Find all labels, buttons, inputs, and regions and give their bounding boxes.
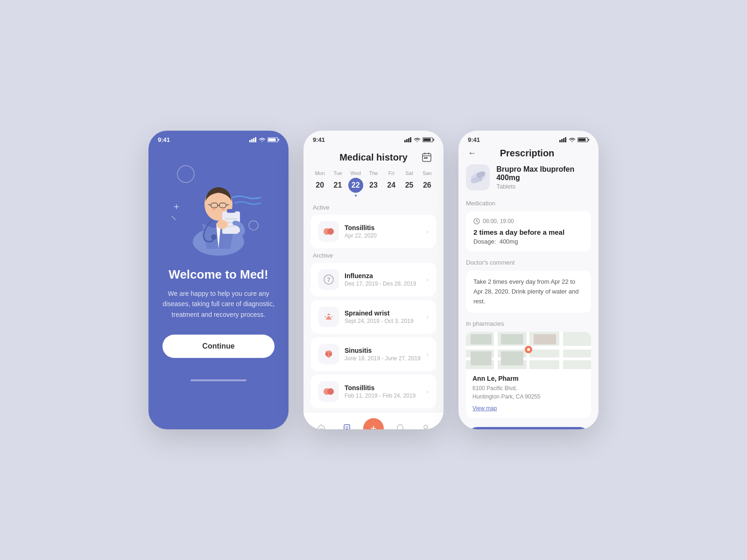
time-1: 9:41 xyxy=(158,136,170,143)
continue-button[interactable]: Continue xyxy=(162,335,275,358)
phone-welcome: 9:41 xyxy=(148,131,289,429)
cal-day-name-tue: Tue xyxy=(333,170,342,176)
status-bar-3: 9:41 xyxy=(458,131,599,146)
svg-rect-33 xyxy=(423,139,431,141)
svg-rect-76 xyxy=(559,332,563,369)
home-indicator-1 xyxy=(190,379,247,381)
view-map-link[interactable]: View map xyxy=(472,405,497,412)
svg-rect-1 xyxy=(251,139,253,142)
signal-icon xyxy=(249,137,257,142)
cal-day-num-sat: 25 xyxy=(402,178,417,193)
illness-info-tonsillitis-active: Tonsillitis Apr 22, 2020 xyxy=(345,224,421,239)
cal-day-fri[interactable]: Fri 24 xyxy=(384,170,399,196)
sinusitis-icon xyxy=(318,344,339,364)
cal-day-name-mon: Mon xyxy=(315,170,324,176)
cal-day-mon[interactable]: Mon 20 xyxy=(312,170,327,196)
welcome-content: Welcome to Med! We are happy to help you… xyxy=(148,146,289,372)
back-button[interactable]: ← xyxy=(468,148,476,158)
tonsillitis-illustration xyxy=(322,225,335,238)
cal-day-tue[interactable]: Tue 21 xyxy=(330,170,345,196)
svg-rect-79 xyxy=(534,334,556,344)
medication-frequency: 2 times a day before a meal xyxy=(473,228,584,236)
cal-day-name-thu: The xyxy=(369,170,378,176)
history-nav-icon xyxy=(342,424,352,429)
sprained-wrist-illustration xyxy=(322,310,335,323)
illness-card-tonsillitis-archive[interactable]: Tonsillitis Feb 11, 2019 - Feb 24, 2019 … xyxy=(311,375,436,408)
svg-point-48 xyxy=(329,352,332,356)
svg-rect-0 xyxy=(249,140,251,142)
nav-notifications[interactable] xyxy=(391,419,409,429)
wifi-icon-3 xyxy=(569,137,576,142)
medication-info: Brupro Max Ibuprofen 400mg Tablets xyxy=(496,165,591,190)
nav-home[interactable] xyxy=(312,419,331,429)
svg-point-27 xyxy=(217,220,228,229)
nav-history[interactable] xyxy=(338,419,356,429)
medication-name: Brupro Max Ibuprofen 400mg xyxy=(496,165,591,182)
battery-icon-2 xyxy=(423,137,434,142)
svg-rect-78 xyxy=(501,334,523,344)
svg-text:7: 7 xyxy=(327,276,330,283)
nav-add[interactable]: + xyxy=(363,418,384,429)
medication-time: 08:00, 19:00 xyxy=(473,218,584,224)
time-2: 9:41 xyxy=(313,136,325,143)
battery-icon xyxy=(268,137,279,142)
svg-rect-2 xyxy=(253,138,254,142)
illness-card-sinusitis[interactable]: Sinusitis June 18, 2019 - June 27, 2019 … xyxy=(311,337,436,371)
nav-profile[interactable] xyxy=(416,419,435,429)
signal-icon-3 xyxy=(559,137,567,142)
clock-icon xyxy=(473,218,480,224)
svg-point-8 xyxy=(249,221,258,230)
pills-illustration xyxy=(469,168,487,187)
svg-point-83 xyxy=(527,348,530,351)
status-icons-2 xyxy=(404,137,434,142)
doctors-comment-label: Doctor's comment xyxy=(466,259,591,266)
chevron-icon-tonsillitis-archive: › xyxy=(426,388,429,395)
svg-point-19 xyxy=(212,208,215,210)
sinusitis-illustration xyxy=(322,348,335,361)
cal-day-num-thu: 23 xyxy=(366,178,381,193)
svg-point-42 xyxy=(327,228,334,235)
illness-name-sinusitis: Sinusitis xyxy=(345,347,421,354)
chevron-icon-sinusitis: › xyxy=(426,350,429,358)
illness-card-sprained-wrist[interactable]: Sprained wrist Sept 24, 2019 - Oct 3, 20… xyxy=(311,300,436,334)
influenza-illustration: 7 xyxy=(322,273,335,286)
cal-day-name-wed: Wed xyxy=(350,170,360,176)
time-3: 9:41 xyxy=(468,136,480,143)
doctor-illustration xyxy=(167,155,270,258)
calendar-strip: Mon 20 Tue 21 Wed 22 The 23 Fri 24 Sat xyxy=(303,170,444,204)
pharmacy-map[interactable] xyxy=(466,332,591,369)
wifi-icon xyxy=(259,137,266,142)
illness-card-influenza[interactable]: 7 Influenza Des 17, 2019 - Des 28, 2019 … xyxy=(311,263,436,296)
svg-rect-28 xyxy=(404,140,406,142)
calendar-icon-btn[interactable] xyxy=(419,150,434,165)
cal-day-num-fri: 24 xyxy=(384,178,399,193)
illness-info-sinusitis: Sinusitis June 18, 2019 - June 27, 2019 xyxy=(345,347,421,362)
svg-rect-23 xyxy=(227,209,235,213)
cal-day-wed[interactable]: Wed 22 xyxy=(348,170,363,196)
status-bar-1: 9:41 xyxy=(148,131,289,146)
medication-type: Tablets xyxy=(496,183,591,190)
prescription-header: ← Prescription xyxy=(458,146,599,164)
svg-point-20 xyxy=(222,208,225,210)
illness-name-sprained-wrist: Sprained wrist xyxy=(345,309,421,317)
cal-day-thu[interactable]: The 23 xyxy=(366,170,381,196)
pharmacy-address: 6100 Pacific Blvd,Huntington Park, CA 90… xyxy=(472,384,585,401)
svg-point-21 xyxy=(211,234,217,240)
chevron-icon-sprained-wrist: › xyxy=(426,313,429,321)
illness-card-tonsillitis-active[interactable]: Tonsillitis Apr 22, 2020 › xyxy=(311,215,436,248)
phone-prescription: 9:41 xyxy=(458,131,599,429)
svg-rect-6 xyxy=(278,139,279,141)
svg-rect-74 xyxy=(494,332,498,369)
svg-rect-59 xyxy=(565,137,566,142)
in-pharmacies-label: In pharmacies xyxy=(466,320,591,327)
tonsillitis-icon-archive xyxy=(318,381,339,402)
prescription-body: Brupro Max Ibuprofen 400mg Tablets Medic… xyxy=(458,164,599,429)
cal-day-sat[interactable]: Sat 25 xyxy=(402,170,417,196)
cal-day-sun[interactable]: San 26 xyxy=(420,170,435,196)
illness-date-sprained-wrist: Sept 24, 2019 - Oct 3, 2019 xyxy=(345,318,421,324)
svg-rect-61 xyxy=(578,139,586,141)
svg-point-47 xyxy=(325,352,328,356)
svg-rect-40 xyxy=(426,157,428,159)
order-medicine-button[interactable]: Order medicine xyxy=(466,427,591,429)
svg-rect-56 xyxy=(559,140,561,142)
